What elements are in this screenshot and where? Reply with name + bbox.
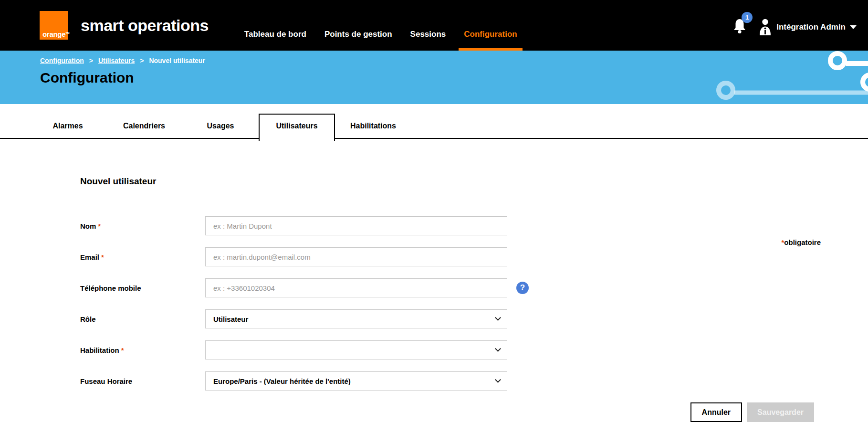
form-row-role: Rôle Utilisateur (80, 309, 868, 328)
tab-calendriers[interactable]: Calendriers (106, 122, 182, 138)
fuseau-select[interactable]: Europe/Paris - (Valeur héritée de l'enti… (205, 371, 507, 391)
required-asterisk: * (121, 346, 124, 354)
caret-down-icon (850, 25, 857, 29)
orange-logo[interactable]: orangeTM (40, 11, 68, 40)
form-actions: Annuler Sauvegarder (0, 402, 868, 422)
nav-item-configuration[interactable]: Configuration (455, 0, 526, 51)
tab-habilitations[interactable]: Habilitations (335, 122, 411, 138)
main-nav: Tableau de bord Points de gestion Sessio… (235, 0, 526, 51)
config-tabs: Alarmes Calendriers Usages Utilisateurs … (0, 104, 868, 139)
nav-label: Tableau de bord (244, 30, 306, 39)
fuseau-selected-value: Europe/Paris - (Valeur héritée de l'enti… (213, 377, 351, 385)
nom-label: Nom* (80, 222, 205, 230)
habilitation-label: Habilitation* (80, 346, 205, 354)
form-row-email: Email* (80, 247, 868, 266)
tab-utilisateurs[interactable]: Utilisateurs (259, 114, 335, 141)
header-right: 1 Intégration Admin (732, 14, 868, 37)
notifications-button[interactable]: 1 (732, 18, 747, 37)
breadcrumb-link-utilisateurs[interactable]: Utilisateurs (98, 57, 135, 64)
user-icon (759, 19, 772, 36)
nav-item-points-de-gestion[interactable]: Points de gestion (315, 0, 401, 51)
nav-label: Sessions (410, 30, 446, 39)
habilitation-select[interactable] (205, 340, 507, 359)
role-selected-value: Utilisateur (213, 315, 248, 323)
breadcrumb-separator: > (89, 57, 93, 64)
user-name: Intégration Admin (776, 22, 846, 32)
app-title: smart operations (81, 16, 209, 35)
notification-count-badge: 1 (742, 12, 753, 23)
user-menu-button[interactable]: Intégration Admin (759, 19, 857, 36)
required-asterisk: * (101, 253, 104, 261)
email-input[interactable] (205, 247, 507, 266)
form-row-nom: Nom* (80, 216, 868, 235)
page-title: Configuration (40, 70, 868, 86)
tab-alarmes[interactable]: Alarmes (30, 122, 106, 138)
page-banner: Configuration > Utilisateurs > Nouvel ut… (0, 51, 868, 104)
save-button[interactable]: Sauvegarder (747, 402, 814, 422)
form-title: Nouvel utilisateur (80, 176, 868, 187)
chevron-down-icon (495, 315, 501, 321)
nav-label: Points de gestion (324, 30, 392, 39)
new-user-form: Nouvel utilisateur *obligatoire Nom* Ema… (0, 176, 868, 433)
form-row-fuseau: Fuseau Horaire Europe/Paris - (Valeur hé… (80, 371, 868, 391)
nom-input[interactable] (205, 216, 507, 235)
telephone-input[interactable] (205, 278, 507, 297)
breadcrumb: Configuration > Utilisateurs > Nouvel ut… (40, 51, 868, 64)
required-asterisk: * (98, 222, 101, 230)
nav-item-tableau-de-bord[interactable]: Tableau de bord (235, 0, 315, 51)
telephone-label: Téléphone mobile (80, 284, 205, 292)
role-select[interactable]: Utilisateur (205, 309, 507, 328)
app-header: orangeTM smart operations Tableau de bor… (0, 0, 868, 51)
form-row-telephone: Téléphone mobile ? (80, 278, 868, 297)
telephone-help-icon[interactable]: ? (516, 282, 529, 294)
orange-logo-text: orangeTM (42, 30, 69, 38)
required-note-text: obligatoire (784, 238, 821, 246)
cancel-button[interactable]: Annuler (690, 402, 742, 422)
tab-usages[interactable]: Usages (182, 122, 259, 138)
chevron-down-icon (495, 377, 501, 383)
form-row-habilitation: Habilitation* (80, 340, 868, 359)
email-label: Email* (80, 253, 205, 261)
breadcrumb-separator: > (140, 57, 144, 64)
breadcrumb-link-configuration[interactable]: Configuration (40, 57, 84, 64)
nav-item-sessions[interactable]: Sessions (401, 0, 455, 51)
fuseau-label: Fuseau Horaire (80, 377, 205, 385)
form-rows: Nom* Email* Téléphone mobile ? Rôle Util… (0, 216, 868, 391)
trademark-mark: TM (65, 32, 69, 34)
required-fields-note: *obligatoire (781, 238, 821, 246)
role-label: Rôle (80, 315, 205, 323)
chevron-down-icon (495, 346, 501, 352)
nav-label: Configuration (464, 30, 517, 39)
breadcrumb-current: Nouvel utilisateur (149, 57, 205, 64)
